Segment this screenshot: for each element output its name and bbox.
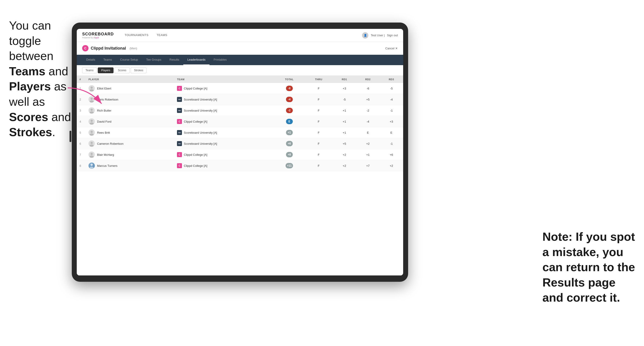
svg-point-2 (90, 98, 93, 100)
cell-team: SU Scoreboard University [A] (174, 105, 274, 116)
team-icon: SU (177, 141, 182, 146)
note-bold: Note: If you spot a mistake, you can ret… (542, 230, 635, 304)
cell-player: Rich Butler (86, 105, 174, 116)
team-name: Clippd College [A] (184, 87, 207, 90)
nav-links: TOURNAMENTS TEAMS (120, 29, 362, 42)
cell-rd2: +2 (356, 138, 380, 149)
cell-total: -8 (274, 83, 305, 94)
team-icon: C (177, 86, 182, 91)
svg-point-0 (90, 87, 93, 89)
cell-total: -2 (274, 105, 305, 116)
cell-player: Blair McHarg (86, 149, 174, 160)
cell-thru: F (305, 83, 333, 94)
sign-out-link[interactable]: Sign out (387, 34, 398, 37)
cell-rd1: -5 (333, 94, 356, 105)
cell-rd3: +3 (380, 116, 403, 127)
cell-rd2: +7 (356, 160, 380, 171)
leaderboard-table: # PLAYER TEAM TOTAL THRU RD1 RD2 RD3 1 (77, 76, 403, 275)
svg-point-7 (90, 122, 94, 125)
player-name: Rich Butler (97, 109, 112, 112)
cell-team: C Clippd College [A] (174, 149, 274, 160)
svg-point-13 (90, 156, 94, 158)
player-name: Rees Britt (97, 131, 110, 134)
svg-point-3 (90, 100, 94, 103)
cell-rank: 1 (77, 83, 86, 94)
cell-rd3: -1 (380, 138, 403, 149)
tablet-screen: SCOREBOARD Powered by clippd TOURNAMENTS… (77, 29, 403, 275)
cell-player: Rees Britt (86, 127, 174, 138)
cell-rd1: +1 (333, 105, 356, 116)
cell-rank: 3 (77, 105, 86, 116)
tabs-bar: Details Teams Course Setup Tee Groups Re… (77, 55, 403, 65)
user-icon: 👤 (362, 32, 368, 38)
team-icon: C (177, 163, 182, 168)
col-rd1: RD1 (333, 76, 356, 83)
cell-thru: F (305, 138, 333, 149)
col-player: PLAYER (86, 76, 174, 83)
sub-tab-teams[interactable]: Teams (82, 67, 97, 73)
total-badge: -8 (286, 86, 293, 91)
cell-rd1: +2 (333, 149, 356, 160)
team-name: Clippd College [A] (184, 120, 207, 123)
sub-tab-players[interactable]: Players (98, 67, 114, 73)
col-total: TOTAL (274, 76, 305, 83)
tournament-header: C Clippd Invitational (Men) Cancel ✕ (77, 42, 403, 55)
table-row: 4 David Ford C Clippd College [A] E F +1… (77, 116, 403, 127)
cell-player: Chris Robertson (86, 94, 174, 105)
cell-total: +8 (274, 149, 305, 160)
svg-point-12 (90, 153, 93, 155)
svg-point-1 (90, 89, 94, 92)
cell-rd2: -2 (356, 105, 380, 116)
tab-results[interactable]: Results (166, 55, 183, 65)
cell-rd1: +5 (333, 138, 356, 149)
players-bold: Players (9, 80, 51, 93)
left-annotation: You can toggle between Teams and Players… (9, 18, 79, 140)
table-row: 7 Blair McHarg C Clippd College [A] +8 F… (77, 149, 403, 160)
tab-details[interactable]: Details (82, 55, 99, 65)
cell-rank: 5 (77, 127, 86, 138)
table-row: 5 Rees Britt SU Scoreboard University [A… (77, 127, 403, 138)
svg-point-10 (90, 142, 93, 144)
player-avatar (88, 107, 95, 114)
team-name: Clippd College [A] (184, 164, 207, 168)
cell-rd1: +3 (333, 83, 356, 94)
svg-point-8 (90, 131, 93, 133)
nav-teams[interactable]: TEAMS (152, 29, 171, 42)
cell-player: Marcus Turners (86, 160, 174, 171)
sub-tab-scores[interactable]: Scores (114, 67, 130, 73)
team-name: Scoreboard University [A] (184, 142, 217, 145)
sub-tab-strokes[interactable]: Strokes (131, 67, 147, 73)
cell-thru: F (305, 116, 333, 127)
table-row: 2 Chris Robertson SU Scoreboard Universi… (77, 94, 403, 105)
player-avatar (88, 163, 95, 169)
player-avatar (88, 96, 95, 103)
tablet-frame: SCOREBOARD Powered by clippd TOURNAMENTS… (72, 22, 408, 282)
cell-rd1: +1 (333, 127, 356, 138)
nav-tournaments[interactable]: TOURNAMENTS (120, 29, 152, 42)
cell-rank: 7 (77, 149, 86, 160)
player-avatar (88, 85, 95, 92)
cancel-button[interactable]: Cancel ✕ (385, 47, 398, 50)
table-header: # PLAYER TEAM TOTAL THRU RD1 RD2 RD3 (77, 76, 403, 83)
cell-team: SU Scoreboard University [A] (174, 94, 274, 105)
tab-teams[interactable]: Teams (99, 55, 116, 65)
tab-tee-groups[interactable]: Tee Groups (142, 55, 166, 65)
total-badge: +1 (286, 130, 293, 135)
cell-rd1: +2 (333, 160, 356, 171)
player-name: Blair McHarg (97, 153, 114, 157)
tab-printables[interactable]: Printables (210, 55, 231, 65)
tab-course-setup[interactable]: Course Setup (116, 55, 142, 65)
table-row: 6 Cameron Robertson SU Scoreboard Univer… (77, 138, 403, 149)
top-nav: SCOREBOARD Powered by clippd TOURNAMENTS… (77, 29, 403, 42)
cell-total: +1 (274, 127, 305, 138)
cell-team: C Clippd College [A] (174, 160, 274, 171)
logo-text: SCOREBOARD (82, 32, 114, 36)
svg-point-9 (90, 134, 94, 136)
svg-point-4 (90, 109, 93, 111)
cell-rank: 4 (77, 116, 86, 127)
player-avatar (88, 118, 95, 125)
tab-leaderboards[interactable]: Leaderboards (183, 55, 210, 65)
cell-total: +11 (274, 160, 305, 171)
table-row: 1 Elliot Ebert C Clippd College [A] -8 F… (77, 83, 403, 94)
cell-rank: 2 (77, 94, 86, 105)
